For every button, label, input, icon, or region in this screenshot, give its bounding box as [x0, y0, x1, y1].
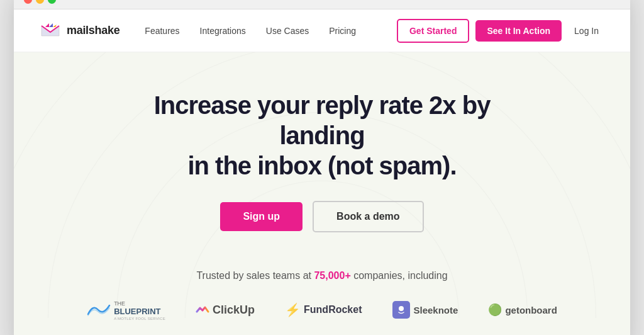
sleeknote-name: Sleeknote [414, 305, 458, 315]
svg-point-9 [399, 306, 404, 311]
login-button[interactable]: Log In [568, 20, 605, 42]
mailshake-logo-icon [39, 20, 62, 42]
getonboard-name: getonboard [505, 305, 557, 315]
getonboard-logo: 🟢 getonboard [488, 303, 557, 317]
nav-features[interactable]: Features [145, 26, 179, 36]
logo-text: mailshake [67, 24, 119, 37]
fundrocket-name: FundRocket [304, 304, 362, 315]
maximize-button[interactable] [48, 0, 56, 4]
page-content: mailshake Features Integrations Use Case… [14, 9, 630, 335]
traffic-lights [24, 0, 56, 4]
logos-row: THE blueprint A MOTLEY FOOL SERVICE [87, 299, 557, 320]
sleeknote-icon-svg [396, 304, 407, 315]
trust-highlight: 75,000+ [314, 270, 350, 281]
sleeknote-logo: Sleeknote [392, 301, 458, 319]
blueprint-wave-icon [87, 302, 111, 318]
book-demo-button[interactable]: Book a demo [313, 201, 423, 232]
hero-section: Increase your reply rate 2x by landing i… [14, 52, 630, 251]
blueprint-logo: THE blueprint A MOTLEY FOOL SERVICE [87, 299, 165, 320]
clickup-logo: ClickUp [196, 303, 255, 317]
nav-integrations[interactable]: Integrations [200, 26, 246, 36]
navbar: mailshake Features Integrations Use Case… [14, 9, 630, 52]
nav-links: Features Integrations Use Cases Pricing [145, 26, 397, 36]
fundrocket-logo: ⚡ FundRocket [285, 302, 362, 317]
nav-pricing[interactable]: Pricing [329, 26, 356, 36]
browser-window: mailshake Features Integrations Use Case… [14, 0, 630, 335]
nav-actions: Get Started See It In Action Log In [397, 19, 605, 43]
logo-area[interactable]: mailshake [39, 20, 119, 42]
trust-section: Trusted by sales teams at 75,000+ compan… [14, 251, 630, 335]
close-button[interactable] [24, 0, 32, 4]
nav-use-cases[interactable]: Use Cases [266, 26, 309, 36]
minimize-button[interactable] [36, 0, 44, 4]
blueprint-name: THE blueprint [114, 299, 165, 316]
sleeknote-icon [392, 301, 410, 319]
clickup-name: ClickUp [213, 304, 255, 317]
signup-button[interactable]: Sign up [220, 202, 303, 231]
trust-text: Trusted by sales teams at 75,000+ compan… [196, 270, 447, 281]
get-started-button[interactable]: Get Started [397, 19, 469, 43]
fundrocket-lightning-icon: ⚡ [285, 302, 301, 317]
hero-buttons: Sign up Book a demo [220, 201, 423, 232]
browser-chrome [14, 0, 630, 9]
blueprint-tagline: A MOTLEY FOOL SERVICE [114, 317, 165, 321]
see-it-in-action-button[interactable]: See It In Action [475, 20, 562, 42]
getonboard-icon: 🟢 [488, 303, 502, 317]
hero-title: Increase your reply rate 2x by landing i… [108, 90, 536, 181]
clickup-icon [196, 303, 209, 317]
